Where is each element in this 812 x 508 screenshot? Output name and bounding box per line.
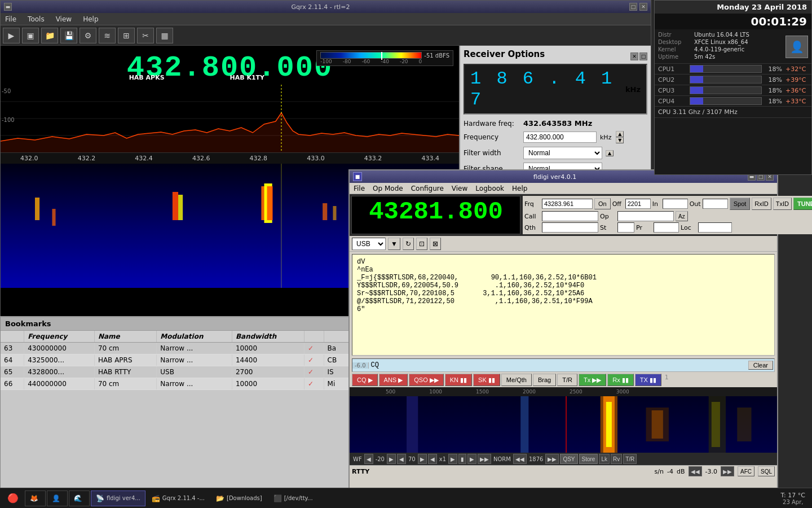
tr-button[interactable]: T/R (623, 454, 637, 464)
fl-menu-opmode[interactable]: Op Mode (371, 184, 405, 193)
off-input[interactable] (625, 199, 651, 209)
qth-input[interactable] (542, 222, 598, 233)
play-btn[interactable]: ▶ (3, 28, 20, 43)
mode-copy-btn[interactable]: ⊡ (416, 238, 427, 250)
macro-rx-btn[interactable]: Rx ▮▮ (607, 374, 634, 386)
gqrx-menu-tools[interactable]: Tools (25, 14, 47, 24)
cut-btn[interactable]: ✂ (137, 28, 154, 43)
taskbar-start-btn[interactable]: 🔴 (2, 491, 24, 506)
table-row[interactable]: 63 430000000 70 cm Narrow ... 10000 ✓ Ba (1, 343, 349, 354)
freq-up-btn[interactable]: ▲ (616, 131, 624, 137)
rx-text-area[interactable]: dV ^nEa _F=j{$$$RTLSDR,68,220040, 90,1.1… (352, 254, 775, 356)
wf-norm-left[interactable]: ◀◀ (513, 454, 527, 464)
macro-sk-btn[interactable]: SK ▮▮ (473, 374, 500, 386)
wf-play-btn[interactable]: ▶ (467, 454, 476, 464)
st-input[interactable] (617, 222, 634, 233)
gqrx-close-btn[interactable]: ✕ (639, 3, 647, 11)
gqrx-menu-help[interactable]: Help (81, 14, 100, 24)
store-button[interactable]: Store (579, 454, 598, 464)
rec-btn[interactable]: ▣ (22, 28, 39, 43)
macro-meqth-btn[interactable]: Me/Qth (501, 374, 532, 386)
wf-fwd-btn[interactable]: ▶▶ (478, 454, 491, 464)
fl-menu-help[interactable]: Help (510, 184, 529, 193)
fl-menu-view[interactable]: View (450, 184, 469, 193)
macro-qso-btn[interactable]: QSO ▶▶ (409, 374, 444, 386)
save-btn[interactable]: 💾 (60, 28, 77, 43)
macro-tr-btn[interactable]: T/R (557, 374, 577, 386)
filter-width-up[interactable]: ▲ (606, 150, 614, 156)
tune-button[interactable]: TUNE (793, 198, 812, 210)
wf-left2-btn[interactable]: ◀ (397, 454, 406, 464)
mode-extra-btn[interactable]: ⊠ (430, 238, 441, 250)
gqrx-menu-view[interactable]: View (54, 14, 74, 24)
macro-txstop-btn[interactable]: TX ▮▮ (635, 374, 661, 386)
tx-input[interactable] (369, 360, 747, 370)
clear-button[interactable]: Clear (748, 361, 773, 370)
wf-x1-right-btn[interactable]: ▶ (448, 454, 457, 464)
out-input[interactable] (703, 199, 728, 209)
loc-input[interactable] (698, 222, 732, 233)
rv-button[interactable]: Rv (611, 454, 622, 464)
on-button[interactable]: On (594, 198, 611, 209)
table-row[interactable]: 64 4325000... HAB APRS Narrow ... 14400 … (1, 354, 349, 366)
gqrx-minimize-btn[interactable]: ▬ (4, 3, 12, 11)
bm-mod: Narrow ... (157, 343, 232, 354)
spot-button[interactable]: Spot (730, 198, 751, 210)
wf-val4-right[interactable]: ▶▶ (545, 454, 559, 464)
wf-right-btn[interactable]: ▶ (387, 454, 396, 464)
in-input[interactable] (663, 199, 688, 209)
wf-right2-btn[interactable]: ▶ (418, 454, 427, 464)
taskbar-app3[interactable]: 🌊 (69, 491, 90, 506)
table-row[interactable]: 66 440000000 70 cm Narrow ... 10000 ✓ Mi (1, 378, 349, 390)
mode-refresh-btn[interactable]: ↻ (403, 238, 414, 250)
extra-btn[interactable]: ▦ (156, 28, 173, 43)
taskbar-downloads[interactable]: 📂 [Downloads] (211, 491, 267, 506)
gqrx-maximize-btn[interactable]: □ (629, 3, 637, 11)
fl-menu-logbook[interactable]: Logbook (474, 184, 506, 193)
table-row[interactable]: 65 4328000... HAB RTTY USB 2700 ✓ IS (1, 366, 349, 378)
rtty-left-btn[interactable]: ◀◀ (689, 466, 702, 476)
rec-opt-expand[interactable]: □ (639, 52, 647, 60)
macro-brag-btn[interactable]: Brag (533, 374, 556, 386)
taskbar-fldigi[interactable]: 📡 fldigi ver4... (91, 491, 145, 506)
taskbar-app2[interactable]: 👤 (47, 491, 68, 506)
call-input[interactable] (542, 211, 598, 221)
taskbar-gqrx[interactable]: 📻 Gqrx 2.11.4 -... (147, 491, 210, 506)
macro-kn-btn[interactable]: KN ▮▮ (445, 374, 472, 386)
lk-button[interactable]: Lk (599, 454, 610, 464)
filter-width-select[interactable]: Normal (523, 147, 602, 159)
az-button[interactable]: Az (676, 211, 688, 221)
config-btn[interactable]: ⚙ (80, 28, 96, 43)
sql-button[interactable]: SQL (758, 466, 775, 476)
txid-button[interactable]: TxID (773, 198, 792, 210)
qsy-button[interactable]: QSY (560, 454, 577, 464)
rec-opt-close[interactable]: ✕ (630, 52, 638, 60)
bm-num: 66 (1, 378, 24, 390)
pr-input[interactable] (654, 222, 679, 233)
open-btn[interactable]: 📁 (41, 28, 58, 43)
wf-left-btn[interactable]: ◀ (364, 454, 373, 464)
op-input[interactable] (617, 211, 674, 221)
iq-btn[interactable]: ⊞ (118, 28, 135, 43)
macro-cq-btn[interactable]: CQ ▶ (352, 374, 378, 386)
macro-tx-btn[interactable]: Tx ▶▶ (579, 374, 606, 386)
taskbar-terminal[interactable]: ⬛ [/dev/tty... (268, 491, 318, 506)
fl-menu-file[interactable]: File (352, 184, 367, 193)
dsp-btn[interactable]: ≋ (99, 28, 116, 43)
rxid-button[interactable]: RxID (752, 198, 771, 210)
mode-select[interactable]: USB (352, 238, 386, 250)
frequency-input[interactable] (523, 132, 597, 143)
wf-pause-btn[interactable]: ▮ (458, 454, 466, 464)
gqrx-menu-file[interactable]: File (3, 14, 19, 24)
big-freq-display[interactable]: 1 8 6 . 4 1 7 kHz (464, 64, 647, 115)
freq-down-btn[interactable]: ▼ (616, 137, 624, 143)
rtty-right-btn[interactable]: ▶▶ (721, 466, 734, 476)
afc-button[interactable]: AFC (738, 466, 754, 476)
macro-ans-btn[interactable]: ANS ▶ (379, 374, 408, 386)
fl-menu-configure[interactable]: Configure (409, 184, 445, 193)
freq-spinners[interactable]: ▲ ▼ (616, 131, 624, 143)
wf-x1-btn[interactable]: ◀ (428, 454, 437, 464)
taskbar-app1[interactable]: 🦊 (25, 491, 46, 506)
frq-input[interactable] (542, 199, 593, 209)
mode-arrow-btn[interactable]: ▼ (388, 238, 400, 250)
